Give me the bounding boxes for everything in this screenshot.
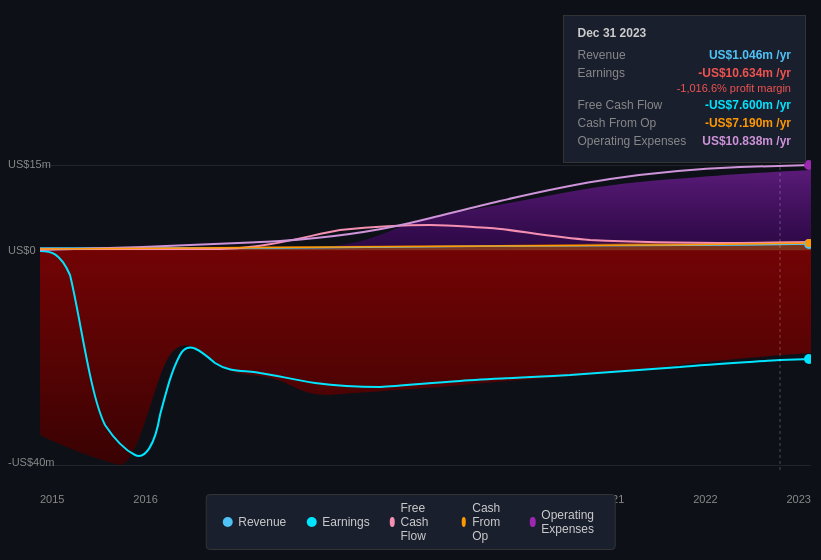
- legend-revenue: Revenue: [222, 501, 286, 543]
- tooltip-label-fcf: Free Cash Flow: [578, 98, 663, 112]
- legend-label-cashop: Cash From Op: [472, 501, 510, 543]
- legend-opex: Operating Expenses: [530, 501, 599, 543]
- tooltip-row-opex: Operating Expenses US$10.838m /yr: [578, 134, 791, 148]
- tooltip-value-cashop: -US$7.190m /yr: [705, 116, 791, 130]
- y-label-zero: US$0: [8, 244, 36, 256]
- tooltip-row-cashop: Cash From Op -US$7.190m /yr: [578, 116, 791, 130]
- x-label-2016: 2016: [133, 493, 157, 505]
- legend-label-earnings: Earnings: [322, 515, 369, 529]
- earnings-marker: [804, 354, 811, 364]
- chart-container: Dec 31 2023 Revenue US$1.046m /yr Earnin…: [0, 0, 821, 560]
- tooltip-row-earnings: Earnings -US$10.634m /yr: [578, 66, 791, 80]
- tooltip-value-revenue: US$1.046m /yr: [709, 48, 791, 62]
- legend-dot-earnings: [306, 517, 316, 527]
- legend-dot-cashop: [461, 517, 466, 527]
- x-label-2022: 2022: [693, 493, 717, 505]
- legend-dot-revenue: [222, 517, 232, 527]
- legend-dot-opex: [530, 517, 535, 527]
- legend-label-fcf: Free Cash Flow: [401, 501, 442, 543]
- opex-area: [40, 170, 811, 250]
- tooltip-label-cashop: Cash From Op: [578, 116, 657, 130]
- tooltip-label-revenue: Revenue: [578, 48, 626, 62]
- tooltip-row-revenue: Revenue US$1.046m /yr: [578, 48, 791, 62]
- legend-fcf: Free Cash Flow: [390, 501, 442, 543]
- tooltip-value-fcf: -US$7.600m /yr: [705, 98, 791, 112]
- legend-earnings: Earnings: [306, 501, 369, 543]
- legend-cashop: Cash From Op: [461, 501, 510, 543]
- legend-dot-fcf: [390, 517, 395, 527]
- x-label-2023: 2023: [787, 493, 811, 505]
- tooltip-label-opex: Operating Expenses: [578, 134, 687, 148]
- tooltip-profit-margin: -1,016.6% profit margin: [578, 82, 791, 94]
- tooltip-value-opex: US$10.838m /yr: [702, 134, 791, 148]
- chart-svg: [40, 155, 811, 470]
- legend-label-revenue: Revenue: [238, 515, 286, 529]
- chart-legend: Revenue Earnings Free Cash Flow Cash Fro…: [205, 494, 616, 550]
- tooltip-value-earnings: -US$10.634m /yr: [698, 66, 791, 80]
- tooltip-row-fcf: Free Cash Flow -US$7.600m /yr: [578, 98, 791, 112]
- tooltip: Dec 31 2023 Revenue US$1.046m /yr Earnin…: [563, 15, 806, 163]
- legend-label-opex: Operating Expenses: [541, 508, 598, 536]
- tooltip-label-earnings: Earnings: [578, 66, 625, 80]
- tooltip-date: Dec 31 2023: [578, 26, 791, 40]
- x-label-2015: 2015: [40, 493, 64, 505]
